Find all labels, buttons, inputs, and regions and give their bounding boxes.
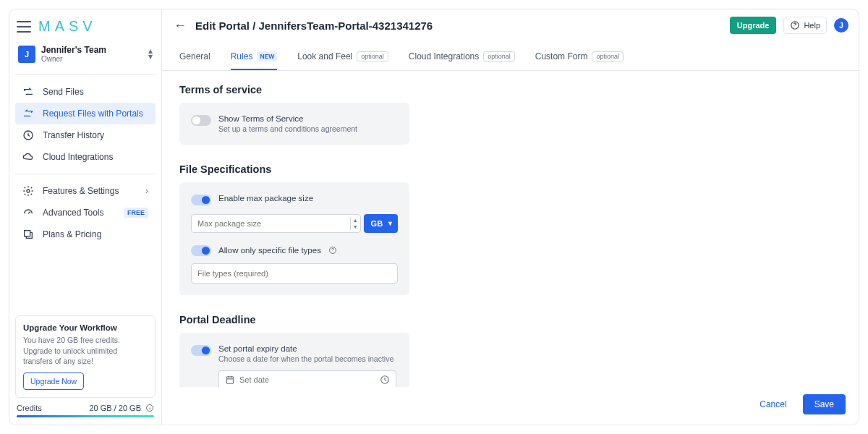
help-icon bbox=[790, 20, 800, 30]
nav-label: Features & Settings bbox=[43, 186, 119, 196]
nav-label: Request Files with Portals bbox=[43, 109, 143, 119]
filespec-heading: File Specifications bbox=[179, 163, 841, 175]
main: ← Edit Portal / JennifersTeam-Portal-432… bbox=[162, 9, 859, 425]
tos-toggle[interactable] bbox=[191, 115, 211, 126]
app-frame: MASV J Jennifer's Team Owner ▴▾ Send Fil… bbox=[9, 9, 859, 425]
updown-icon: ▴▾ bbox=[148, 48, 153, 59]
help-label: Help bbox=[804, 21, 820, 30]
tabs: General Rules NEW Look and Feel optional… bbox=[162, 44, 859, 71]
tab-label: Custom Form bbox=[535, 51, 588, 61]
promo-card: Upgrade Your Workflow You have 20 GB fre… bbox=[15, 315, 156, 398]
filetypes-input[interactable] bbox=[191, 263, 398, 284]
new-badge: NEW bbox=[257, 51, 277, 61]
save-button[interactable]: Save bbox=[803, 394, 846, 414]
credits-value: 20 GB / 20 GB bbox=[89, 404, 141, 412]
svg-rect-6 bbox=[226, 377, 233, 383]
history-icon bbox=[22, 129, 34, 141]
nav-label: Cloud Integrations bbox=[43, 152, 113, 162]
promo-title: Upgrade Your Workflow bbox=[23, 323, 148, 332]
tab-custom-form[interactable]: Custom Form optional bbox=[535, 44, 624, 70]
step-up-icon[interactable]: ▲ bbox=[351, 217, 360, 224]
nav-section-2: Features & Settings › Advanced Tools FRE… bbox=[9, 177, 161, 248]
cancel-button[interactable]: Cancel bbox=[752, 394, 793, 414]
nav-plans-pricing[interactable]: Plans & Pricing bbox=[15, 224, 156, 245]
nav-advanced-tools[interactable]: Advanced Tools FREE bbox=[15, 202, 156, 224]
optional-badge: optional bbox=[592, 51, 624, 61]
tos-toggle-sub: Set up a terms and conditions agreement bbox=[218, 124, 357, 133]
credits-label: Credits bbox=[17, 404, 85, 412]
tab-general[interactable]: General bbox=[179, 44, 210, 70]
promo-upgrade-button[interactable]: Upgrade Now bbox=[23, 373, 84, 390]
info-icon[interactable] bbox=[145, 404, 154, 412]
topbar: ← Edit Portal / JennifersTeam-Portal-432… bbox=[162, 9, 859, 41]
deadline-card: Set portal expiry date Choose a date for… bbox=[179, 333, 409, 387]
send-icon bbox=[22, 86, 34, 98]
nav-section-1: Send Files Request Files with Portals Tr… bbox=[9, 78, 161, 171]
maxpkg-input[interactable] bbox=[197, 219, 350, 228]
nav-features-settings[interactable]: Features & Settings › bbox=[15, 180, 156, 202]
back-arrow-icon[interactable]: ← bbox=[172, 17, 188, 33]
tab-label: Cloud Integrations bbox=[409, 51, 479, 61]
tab-look-and-feel[interactable]: Look and Feel optional bbox=[297, 44, 388, 70]
optional-badge: optional bbox=[357, 51, 388, 61]
free-badge: FREE bbox=[124, 208, 148, 218]
unit-select[interactable]: GB ▼ bbox=[364, 214, 398, 233]
expiry-label: Set portal expiry date bbox=[218, 344, 393, 353]
tos-card: Show Terms of Service Set up a terms and… bbox=[179, 103, 409, 145]
optional-badge: optional bbox=[483, 51, 515, 61]
nav-send-files[interactable]: Send Files bbox=[15, 81, 156, 103]
cloud-icon bbox=[22, 151, 34, 163]
nav-request-files[interactable]: Request Files with Portals bbox=[15, 103, 156, 124]
content: Terms of service Show Terms of Service S… bbox=[162, 71, 859, 387]
chevron-down-icon: ▼ bbox=[387, 220, 393, 227]
sidebar: MASV J Jennifer's Team Owner ▴▾ Send Fil… bbox=[9, 9, 162, 425]
sidebar-bottom: Upgrade Your Workflow You have 20 GB fre… bbox=[9, 315, 161, 425]
stepper: ▲ ▼ bbox=[350, 217, 360, 230]
team-info: Jennifer's Team Owner bbox=[41, 45, 142, 63]
divider bbox=[15, 75, 156, 75]
help-button[interactable]: Help bbox=[783, 17, 827, 34]
credits-bar bbox=[17, 415, 154, 417]
team-role: Owner bbox=[41, 55, 142, 63]
expiry-toggle[interactable] bbox=[191, 345, 211, 356]
team-switcher[interactable]: J Jennifer's Team Owner ▴▾ bbox=[15, 42, 156, 66]
gauge-icon bbox=[22, 207, 34, 218]
tab-rules[interactable]: Rules NEW bbox=[231, 44, 278, 70]
filespec-card: Enable max package size ▲ ▼ GB ▼ bbox=[179, 182, 409, 295]
nav-cloud-integrations[interactable]: Cloud Integrations bbox=[15, 146, 156, 168]
team-name: Jennifer's Team bbox=[41, 45, 142, 55]
date-input-wrap bbox=[218, 370, 396, 387]
gear-icon bbox=[22, 185, 34, 197]
nav-transfer-history[interactable]: Transfer History bbox=[15, 124, 156, 146]
credits-row: Credits 20 GB / 20 GB bbox=[15, 398, 156, 414]
nav-label: Transfer History bbox=[43, 130, 104, 140]
tab-label: Look and Feel bbox=[297, 51, 352, 61]
deadline-heading: Portal Deadline bbox=[179, 314, 841, 326]
footer: Cancel Save bbox=[162, 387, 859, 425]
menu-icon[interactable] bbox=[17, 21, 31, 33]
tab-cloud-integrations[interactable]: Cloud Integrations optional bbox=[409, 44, 515, 70]
nav-label: Plans & Pricing bbox=[43, 229, 101, 239]
nav-label: Send Files bbox=[43, 87, 84, 97]
date-input[interactable] bbox=[239, 375, 375, 384]
promo-text: You have 20 GB free credits. Upgrade to … bbox=[23, 335, 148, 367]
sidebar-top: MASV bbox=[9, 9, 161, 41]
upgrade-button[interactable]: Upgrade bbox=[730, 17, 777, 34]
divider bbox=[15, 174, 156, 174]
calendar-icon bbox=[225, 375, 235, 385]
info-icon[interactable] bbox=[328, 246, 337, 255]
user-avatar[interactable]: J bbox=[834, 18, 848, 33]
logo: MASV bbox=[38, 18, 97, 35]
clock-icon bbox=[380, 375, 390, 385]
maxpkg-toggle[interactable] bbox=[191, 195, 211, 205]
filetypes-toggle[interactable] bbox=[191, 245, 211, 256]
unit-label: GB bbox=[371, 219, 383, 228]
svg-point-1 bbox=[27, 190, 30, 192]
tos-heading: Terms of service bbox=[179, 84, 841, 95]
tos-toggle-label: Show Terms of Service bbox=[218, 114, 357, 123]
team-avatar: J bbox=[18, 46, 35, 63]
step-down-icon[interactable]: ▼ bbox=[351, 224, 360, 230]
nav-label: Advanced Tools bbox=[43, 208, 104, 218]
svg-rect-2 bbox=[25, 231, 30, 237]
filetypes-label: Allow only specific file types bbox=[218, 246, 321, 255]
